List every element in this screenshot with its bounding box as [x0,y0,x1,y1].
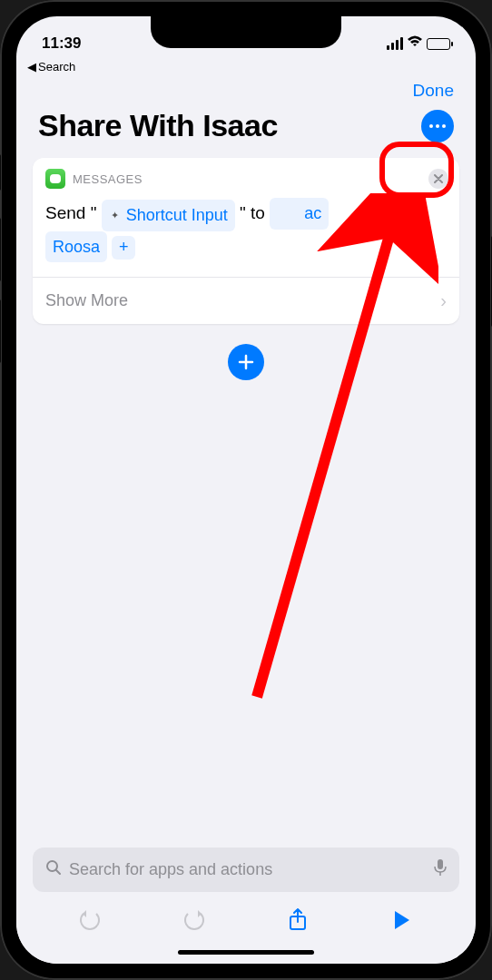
search-input[interactable]: Search for apps and actions [33,848,459,892]
remove-action-button[interactable] [428,169,448,189]
magic-variable-icon: ✦ [109,209,122,221]
action-description: Send " ✦ Shortcut Input " to ac Roosa + [33,194,459,277]
volume-down [0,299,1,363]
undo-icon [80,910,100,930]
microphone-icon[interactable] [434,858,447,881]
send-prefix: Send " [45,203,96,222]
back-label: Search [38,60,75,74]
send-mid: " to [240,203,265,222]
redo-button[interactable] [181,906,208,934]
back-to-search[interactable]: ◀ Search [16,60,476,74]
share-button[interactable] [284,906,311,934]
chevron-right-icon: › [440,290,447,311]
close-icon [434,174,443,183]
notch [151,16,341,48]
plus-icon [237,353,255,371]
battery-icon [427,38,450,50]
volume-up [0,218,1,281]
add-recipient-button[interactable]: + [112,236,135,260]
search-icon [45,859,62,880]
phone-frame: 11:39 ◀ Search Done Share With Isaac [0,0,492,980]
svg-line-2 [56,870,60,874]
cellular-icon [387,37,403,50]
home-indicator[interactable] [178,950,314,955]
back-caret-icon: ◀ [27,60,36,74]
svg-rect-3 [438,859,443,869]
bottom-toolbar-area: Search for apps and actions [16,848,476,964]
more-options-button[interactable] [421,110,454,142]
redo-icon [184,910,204,930]
shortcut-input-token[interactable]: ✦ Shortcut Input [102,200,235,231]
undo-button[interactable] [76,906,103,934]
recipient-token-part2[interactable]: Roosa [45,231,107,263]
done-button[interactable]: Done [413,81,454,101]
editor-toolbar [33,892,459,945]
play-icon [395,911,409,929]
share-icon [288,908,308,932]
page-title: Share With Isaac [38,108,278,143]
wifi-icon [407,35,423,52]
messages-app-icon [45,169,65,189]
card-header: MESSAGES [33,158,459,194]
show-more-label: Show More [45,291,128,310]
run-button[interactable] [389,906,416,934]
title-row: Share With Isaac [16,101,476,158]
screen: 11:39 ◀ Search Done Share With Isaac [16,16,476,964]
add-action-button[interactable] [228,344,264,380]
send-message-action-card[interactable]: MESSAGES Send " ✦ Shortcut Input " to ac… [33,158,459,324]
search-placeholder: Search for apps and actions [69,860,427,879]
show-more-button[interactable]: Show More › [33,278,459,324]
ellipsis-icon [429,124,433,128]
nav-bar: Done [16,74,476,101]
card-app-label: MESSAGES [73,172,143,186]
recipient-token-part1[interactable]: ac [270,198,329,230]
mute-switch [0,154,1,191]
